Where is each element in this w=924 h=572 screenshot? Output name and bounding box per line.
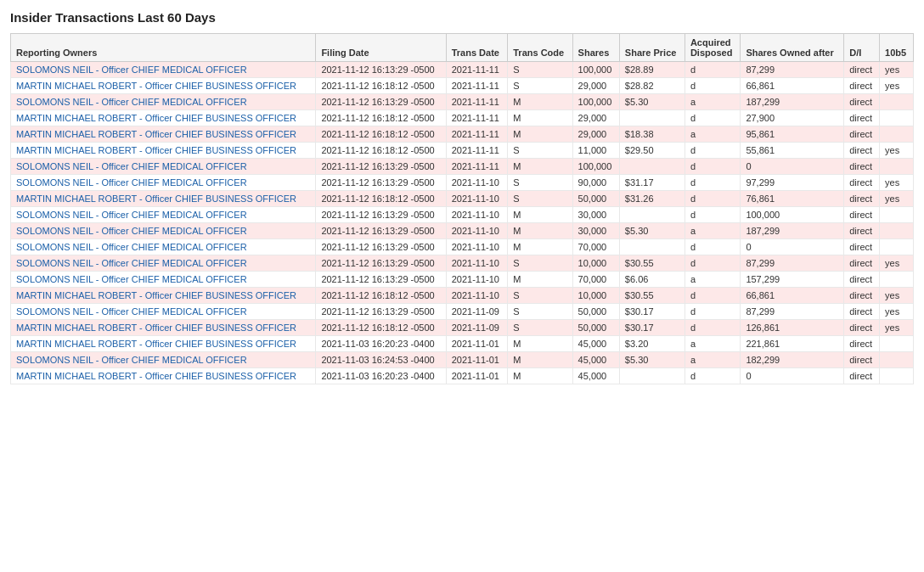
cell-share_price: $5.30: [619, 94, 685, 110]
cell-filing_date: 2021-11-12 16:18:12 -0500: [316, 110, 446, 126]
cell-shares_owned_after: 95,861: [741, 126, 844, 143]
cell-reporting_owners: MARTIN MICHAEL ROBERT - Officer CHIEF BU…: [11, 368, 316, 384]
cell-shares_owned_after: 221,861: [741, 336, 844, 352]
cell-trans_code: M: [508, 110, 572, 126]
cell-acquired_disposed: d: [685, 255, 740, 272]
cell-10b5: [880, 126, 914, 143]
table-row: SOLOMONS NEIL - Officer CHIEF MEDICAL OF…: [11, 159, 914, 175]
cell-10b5: [880, 272, 914, 288]
cell-trans_date: 2021-11-10: [446, 207, 508, 223]
cell-share_price: $30.17: [619, 320, 685, 336]
cell-shares_owned_after: 157,299: [741, 272, 844, 288]
cell-shares: 70,000: [572, 239, 619, 255]
table-row: SOLOMONS NEIL - Officer CHIEF MEDICAL OF…: [11, 175, 914, 191]
cell-acquired_disposed: d: [685, 207, 740, 223]
table-row: MARTIN MICHAEL ROBERT - Officer CHIEF BU…: [11, 191, 914, 207]
cell-filing_date: 2021-11-12 16:18:12 -0500: [316, 191, 446, 207]
cell-filing_date: 2021-11-12 16:13:29 -0500: [316, 239, 446, 255]
cell-share_price: $28.89: [619, 62, 685, 78]
cell-acquired_disposed: d: [685, 288, 740, 304]
cell-shares_owned_after: 66,861: [741, 78, 844, 94]
cell-acquired_disposed: a: [685, 336, 740, 352]
cell-shares_owned_after: 126,861: [741, 320, 844, 336]
cell-shares: 45,000: [572, 336, 619, 352]
cell-acquired_disposed: a: [685, 223, 740, 239]
cell-filing_date: 2021-11-12 16:13:29 -0500: [316, 175, 446, 191]
cell-shares_owned_after: 27,900: [741, 110, 844, 126]
cell-trans_date: 2021-11-01: [446, 336, 508, 352]
col-header-d-i: D/I: [844, 34, 880, 62]
cell-trans_code: M: [508, 272, 572, 288]
cell-10b5: [880, 110, 914, 126]
cell-share_price: $28.82: [619, 78, 685, 94]
cell-trans_date: 2021-11-11: [446, 94, 508, 110]
cell-share_price: [619, 110, 685, 126]
cell-reporting_owners: MARTIN MICHAEL ROBERT - Officer CHIEF BU…: [11, 191, 316, 207]
cell-shares: 50,000: [572, 191, 619, 207]
cell-trans_date: 2021-11-11: [446, 78, 508, 94]
cell-shares: 70,000: [572, 272, 619, 288]
cell-10b5: yes: [880, 191, 914, 207]
cell-filing_date: 2021-11-03 16:20:23 -0400: [316, 336, 446, 352]
page-container: Insider Transactions Last 60 Days Report…: [0, 0, 924, 395]
cell-reporting_owners: SOLOMONS NEIL - Officer CHIEF MEDICAL OF…: [11, 255, 316, 272]
cell-shares_owned_after: 87,299: [741, 62, 844, 78]
cell-acquired_disposed: d: [685, 239, 740, 255]
cell-d_i: direct: [844, 288, 880, 304]
cell-trans_code: M: [508, 336, 572, 352]
cell-reporting_owners: SOLOMONS NEIL - Officer CHIEF MEDICAL OF…: [11, 94, 316, 110]
cell-shares_owned_after: 100,000: [741, 207, 844, 223]
cell-share_price: $5.30: [619, 223, 685, 239]
table-row: SOLOMONS NEIL - Officer CHIEF MEDICAL OF…: [11, 207, 914, 223]
cell-acquired_disposed: d: [685, 159, 740, 175]
cell-shares_owned_after: 187,299: [741, 94, 844, 110]
cell-10b5: yes: [880, 288, 914, 304]
cell-shares_owned_after: 76,861: [741, 191, 844, 207]
cell-acquired_disposed: a: [685, 94, 740, 110]
cell-shares: 10,000: [572, 255, 619, 272]
cell-filing_date: 2021-11-12 16:13:29 -0500: [316, 255, 446, 272]
cell-shares_owned_after: 0: [741, 159, 844, 175]
cell-reporting_owners: SOLOMONS NEIL - Officer CHIEF MEDICAL OF…: [11, 159, 316, 175]
cell-shares_owned_after: 97,299: [741, 175, 844, 191]
cell-d_i: direct: [844, 126, 880, 143]
cell-filing_date: 2021-11-12 16:13:29 -0500: [316, 207, 446, 223]
cell-reporting_owners: MARTIN MICHAEL ROBERT - Officer CHIEF BU…: [11, 78, 316, 94]
cell-trans_date: 2021-11-10: [446, 239, 508, 255]
cell-reporting_owners: SOLOMONS NEIL - Officer CHIEF MEDICAL OF…: [11, 272, 316, 288]
cell-filing_date: 2021-11-03 16:20:23 -0400: [316, 368, 446, 384]
table-row: SOLOMONS NEIL - Officer CHIEF MEDICAL OF…: [11, 239, 914, 255]
table-row: SOLOMONS NEIL - Officer CHIEF MEDICAL OF…: [11, 352, 914, 368]
cell-trans_code: S: [508, 62, 572, 78]
table-header-row: Reporting Owners Filing Date Trans Date …: [11, 34, 914, 62]
cell-trans_code: S: [508, 320, 572, 336]
cell-share_price: $30.55: [619, 288, 685, 304]
cell-trans_date: 2021-11-10: [446, 223, 508, 239]
cell-10b5: [880, 94, 914, 110]
cell-10b5: yes: [880, 320, 914, 336]
cell-share_price: $3.20: [619, 336, 685, 352]
cell-shares: 29,000: [572, 126, 619, 143]
cell-shares: 45,000: [572, 352, 619, 368]
table-row: MARTIN MICHAEL ROBERT - Officer CHIEF BU…: [11, 336, 914, 352]
cell-trans_date: 2021-11-11: [446, 159, 508, 175]
table-row: MARTIN MICHAEL ROBERT - Officer CHIEF BU…: [11, 78, 914, 94]
cell-d_i: direct: [844, 320, 880, 336]
cell-10b5: yes: [880, 175, 914, 191]
cell-share_price: $29.50: [619, 143, 685, 159]
table-row: SOLOMONS NEIL - Officer CHIEF MEDICAL OF…: [11, 304, 914, 320]
cell-shares_owned_after: 55,861: [741, 143, 844, 159]
cell-share_price: $30.55: [619, 255, 685, 272]
cell-10b5: [880, 336, 914, 352]
cell-acquired_disposed: a: [685, 352, 740, 368]
cell-10b5: [880, 159, 914, 175]
cell-d_i: direct: [844, 239, 880, 255]
cell-d_i: direct: [844, 78, 880, 94]
cell-filing_date: 2021-11-12 16:13:29 -0500: [316, 304, 446, 320]
cell-acquired_disposed: a: [685, 126, 740, 143]
cell-shares: 30,000: [572, 207, 619, 223]
cell-acquired_disposed: d: [685, 62, 740, 78]
cell-acquired_disposed: d: [685, 143, 740, 159]
cell-10b5: yes: [880, 255, 914, 272]
cell-reporting_owners: MARTIN MICHAEL ROBERT - Officer CHIEF BU…: [11, 336, 316, 352]
